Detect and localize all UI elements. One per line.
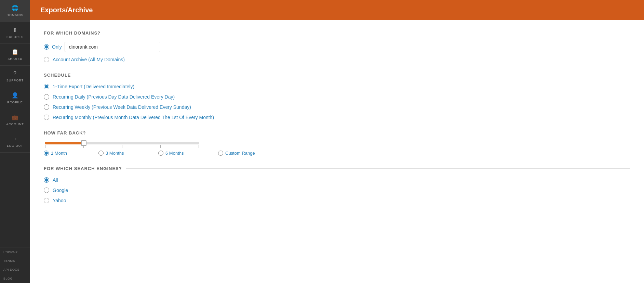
howfarback-1month-option[interactable]: 1 Month: [44, 151, 98, 156]
shared-icon: 📋: [12, 49, 19, 55]
se-all-radio[interactable]: [44, 177, 49, 183]
footer-link-terms[interactable]: Terms: [0, 256, 30, 265]
footer-link-blog[interactable]: Blog: [0, 274, 30, 283]
sidebar-label-account: Account: [6, 123, 24, 126]
tick-3: [122, 145, 122, 148]
howfarback-1month-radio[interactable]: [44, 151, 49, 156]
searchengines-section-title: FOR WHICH SEARCH ENGINES?: [44, 166, 122, 171]
sidebar-label-profile: Profile: [7, 101, 23, 104]
sidebar-item-shared[interactable]: 📋 Shared: [0, 44, 30, 66]
se-all-option[interactable]: All: [44, 177, 630, 183]
howfarback-custom-radio[interactable]: [218, 151, 223, 156]
footer-link-privacy[interactable]: Privacy: [0, 247, 30, 256]
howfarback-3months-option[interactable]: 3 Months: [98, 151, 158, 156]
tick-4: [160, 145, 161, 148]
sidebar-footer: Privacy Terms API Docs Blog: [0, 247, 30, 283]
domain-input[interactable]: [65, 42, 160, 52]
sidebar-item-domains[interactable]: 🌐 Domains: [0, 0, 30, 22]
se-google-option[interactable]: Google: [44, 188, 630, 193]
sidebar-item-profile[interactable]: 👤 Profile: [0, 87, 30, 109]
content-area: FOR WHICH DOMAINS? Only Account Archive …: [30, 20, 644, 283]
schedule-weekly-label[interactable]: Recurring Weekly (Previous Week Data Del…: [53, 104, 191, 110]
support-icon: ?: [13, 70, 17, 77]
howfarback-section-title: HOW FAR BACK?: [44, 130, 86, 136]
howfarback-title-row: HOW FAR BACK?: [44, 130, 630, 136]
domains-section: FOR WHICH DOMAINS? Only Account Archive …: [44, 30, 630, 62]
schedule-weekly-option[interactable]: Recurring Weekly (Previous Week Data Del…: [44, 104, 630, 110]
sidebar-label-logout: Log Out: [7, 144, 23, 147]
tick-5: [199, 145, 199, 148]
howfarback-slider-fill: [45, 142, 84, 144]
howfarback-slider-ticks: [45, 145, 199, 148]
page-title: Exports/Archive: [40, 6, 93, 14]
schedule-monthly-option[interactable]: Recurring Monthly (Previous Month Data D…: [44, 115, 630, 120]
schedule-section-title: SCHEDULE: [44, 73, 71, 78]
domain-only-option[interactable]: Only: [44, 42, 630, 52]
sidebar: 🌐 Domains ⬆ Exports 📋 Shared ? Support 👤…: [0, 0, 30, 283]
se-all-label[interactable]: All: [53, 177, 58, 183]
schedule-title-row: SCHEDULE: [44, 73, 630, 78]
domain-only-radio[interactable]: [44, 44, 49, 50]
footer-link-api-docs[interactable]: API Docs: [0, 265, 30, 274]
howfarback-section: HOW FAR BACK?: [44, 130, 630, 156]
tick-2: [83, 145, 84, 148]
domains-section-divider: [105, 33, 630, 33]
se-google-radio[interactable]: [44, 188, 49, 193]
page-header: Exports/Archive: [30, 0, 644, 20]
tick-1: [45, 145, 45, 148]
schedule-section: SCHEDULE 1-Time Export (Delivered Immedi…: [44, 73, 630, 120]
schedule-daily-label[interactable]: Recurring Daily (Previous Day Data Deliv…: [53, 94, 175, 100]
schedule-section-divider: [75, 75, 630, 75]
domains-title-row: FOR WHICH DOMAINS?: [44, 30, 630, 36]
logout-icon: →: [12, 136, 18, 142]
se-yahoo-label[interactable]: Yahoo: [53, 198, 66, 203]
se-google-label[interactable]: Google: [53, 188, 68, 193]
howfarback-6months-option[interactable]: 6 Months: [158, 151, 218, 156]
sidebar-item-exports[interactable]: ⬆ Exports: [0, 22, 30, 44]
schedule-weekly-radio[interactable]: [44, 104, 49, 110]
domains-icon: 🌐: [12, 5, 19, 11]
account-icon: 💼: [12, 114, 19, 120]
sidebar-label-exports: Exports: [6, 35, 24, 39]
schedule-monthly-radio[interactable]: [44, 115, 49, 120]
searchengines-section: FOR WHICH SEARCH ENGINES? All Google Yah…: [44, 166, 630, 203]
howfarback-6months-radio[interactable]: [158, 151, 163, 156]
howfarback-slider-container: [44, 142, 630, 148]
howfarback-custom-option[interactable]: Custom Range: [218, 151, 255, 156]
howfarback-custom-label[interactable]: Custom Range: [225, 151, 255, 156]
sidebar-label-shared: Shared: [8, 57, 23, 61]
schedule-daily-option[interactable]: Recurring Daily (Previous Day Data Deliv…: [44, 94, 630, 100]
domain-only-label[interactable]: Only: [52, 44, 62, 50]
sidebar-label-domains: Domains: [6, 13, 23, 17]
howfarback-3months-radio[interactable]: [98, 151, 104, 156]
sidebar-item-account[interactable]: 💼 Account: [0, 109, 30, 131]
schedule-onetime-radio[interactable]: [44, 84, 49, 89]
sidebar-label-support: Support: [6, 79, 24, 82]
se-yahoo-option[interactable]: Yahoo: [44, 198, 630, 203]
schedule-monthly-label[interactable]: Recurring Monthly (Previous Month Data D…: [53, 115, 214, 120]
main-content: Exports/Archive FOR WHICH DOMAINS? Only …: [30, 0, 644, 283]
schedule-onetime-option[interactable]: 1-Time Export (Delivered Immediately): [44, 84, 630, 89]
howfarback-6months-label[interactable]: 6 Months: [165, 151, 184, 156]
howfarback-1month-label[interactable]: 1 Month: [51, 151, 67, 156]
domains-section-title: FOR WHICH DOMAINS?: [44, 30, 100, 36]
domain-account-option[interactable]: Account Archive (All My Domains): [44, 57, 630, 62]
profile-icon: 👤: [12, 92, 19, 99]
howfarback-3months-label[interactable]: 3 Months: [106, 151, 124, 156]
exports-icon: ⬆: [13, 27, 17, 33]
howfarback-options: 1 Month 3 Months 6 Months Custom Range: [44, 151, 249, 156]
searchengines-title-row: FOR WHICH SEARCH ENGINES?: [44, 166, 630, 171]
sidebar-item-logout[interactable]: → Log Out: [0, 131, 30, 153]
searchengines-section-divider: [126, 168, 630, 169]
howfarback-section-divider: [90, 133, 631, 133]
domain-account-label[interactable]: Account Archive (All My Domains): [53, 57, 125, 62]
schedule-daily-radio[interactable]: [44, 94, 49, 100]
schedule-onetime-label[interactable]: 1-Time Export (Delivered Immediately): [53, 84, 134, 89]
se-yahoo-radio[interactable]: [44, 198, 49, 203]
domain-account-radio[interactable]: [44, 57, 49, 62]
howfarback-slider-track[interactable]: [45, 142, 199, 144]
sidebar-item-support[interactable]: ? Support: [0, 66, 30, 87]
